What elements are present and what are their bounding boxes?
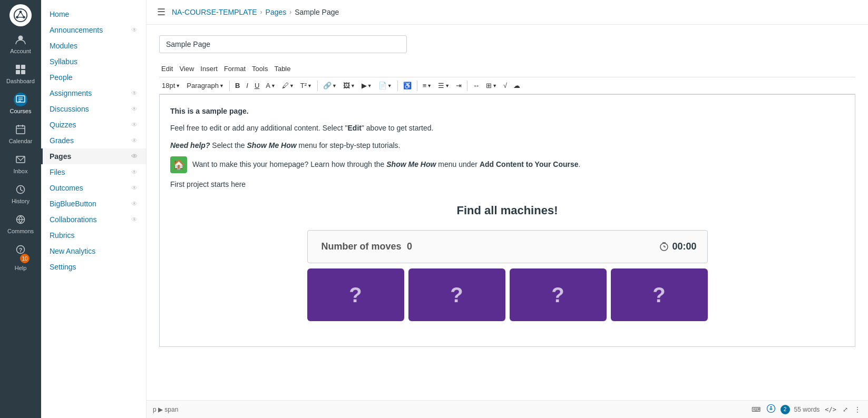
- format-caret: ▼: [219, 83, 224, 88]
- menu-tools[interactable]: Tools: [250, 64, 270, 74]
- course-nav-collaborations[interactable]: Collaborations 👁: [41, 212, 146, 227]
- home-icon: 🏠: [170, 156, 187, 173]
- course-nav-bigbluebutton[interactable]: BigBlueButton 👁: [41, 196, 146, 212]
- expand-icon[interactable]: ⤢: [842, 405, 849, 414]
- breadcrumb-course[interactable]: NA-COURSE-TEMPLATE: [172, 8, 257, 16]
- image-button[interactable]: 🖼▼: [340, 80, 358, 91]
- course-nav-announcements[interactable]: Announcements 👁: [41, 22, 146, 38]
- card-3[interactable]: ?: [510, 268, 607, 321]
- course-nav-people[interactable]: People: [41, 69, 146, 85]
- toolbar-sep-4: [417, 81, 417, 91]
- global-nav-dashboard[interactable]: Dashboard: [0, 58, 41, 88]
- source-code-icon[interactable]: </>: [824, 405, 837, 414]
- course-nav-files[interactable]: Files 👁: [41, 164, 146, 180]
- italic-button[interactable]: I: [243, 80, 251, 91]
- game-widget: Number of moves 0 00:00: [307, 230, 708, 263]
- link-button[interactable]: 🔗▼: [320, 80, 339, 91]
- course-nav-outcomes[interactable]: Outcomes 👁: [41, 180, 146, 196]
- accessbility-button[interactable]: ♿: [401, 80, 414, 91]
- global-nav-help[interactable]: ? 10 Help: [0, 238, 41, 275]
- inbox-label: Inbox: [14, 168, 28, 174]
- global-nav-commons[interactable]: Commons: [0, 208, 41, 238]
- card-1[interactable]: ?: [307, 268, 404, 321]
- pages-visibility-icon[interactable]: 👁: [131, 153, 138, 160]
- text-color-button[interactable]: A▼: [263, 80, 278, 91]
- dashboard-label: Dashboard: [6, 78, 35, 84]
- card-2[interactable]: ?: [408, 268, 505, 321]
- ltr-button[interactable]: ↔: [470, 80, 482, 91]
- toolbar-sep-3: [397, 81, 398, 91]
- table-button[interactable]: ⊞▼: [483, 80, 500, 91]
- editor-body[interactable]: This is a sample page. Feel free to edit…: [159, 94, 855, 347]
- assignments-visibility-icon[interactable]: 👁: [131, 89, 138, 97]
- breadcrumb-sep1: ›: [260, 8, 262, 16]
- global-nav-courses[interactable]: Courses: [0, 88, 41, 118]
- collaborations-visibility-icon[interactable]: 👁: [131, 216, 138, 223]
- quizzes-visibility-icon[interactable]: 👁: [131, 121, 138, 128]
- course-nav-modules[interactable]: Modules: [41, 38, 146, 54]
- bold-button[interactable]: B: [232, 80, 242, 91]
- format-button[interactable]: Paragraph ▼: [184, 80, 227, 91]
- cloud-button[interactable]: ☁: [511, 80, 523, 91]
- course-nav-new-analytics[interactable]: New Analytics: [41, 243, 146, 259]
- course-nav-home[interactable]: Home: [41, 6, 146, 22]
- editor-para3: 🏠 Want to make this your homepage? Learn…: [170, 156, 844, 173]
- history-label: History: [12, 198, 30, 204]
- global-nav-history[interactable]: History: [0, 178, 41, 208]
- outcomes-visibility-icon[interactable]: 👁: [131, 184, 138, 192]
- embed-button[interactable]: 📄▼: [376, 80, 395, 91]
- course-nav-pages[interactable]: Pages 👁: [41, 148, 146, 164]
- breadcrumb-section[interactable]: Pages: [266, 8, 287, 16]
- canvas-logo[interactable]: [9, 4, 32, 26]
- course-nav-rubrics[interactable]: Rubrics: [41, 227, 146, 243]
- svg-rect-8: [16, 65, 20, 69]
- commons-label: Commons: [7, 228, 34, 234]
- superscript-button[interactable]: T²▼: [298, 80, 315, 91]
- menu-table[interactable]: Table: [272, 64, 292, 74]
- grades-visibility-icon[interactable]: 👁: [131, 137, 138, 144]
- course-nav-assignments[interactable]: Assignments 👁: [41, 85, 146, 101]
- discussions-visibility-icon[interactable]: 👁: [131, 105, 138, 113]
- align-button[interactable]: ≡▼: [420, 80, 435, 91]
- announcements-visibility-icon[interactable]: 👁: [131, 26, 138, 34]
- svg-rect-10: [16, 70, 20, 74]
- highlight-button[interactable]: 🖊▼: [279, 80, 297, 91]
- course-nav-settings[interactable]: Settings: [41, 259, 146, 275]
- move-count: 0: [407, 241, 412, 252]
- editor-user-text: First project starts here: [170, 178, 844, 190]
- font-size-button[interactable]: 18pt ▼: [159, 80, 183, 91]
- course-nav-grades[interactable]: Grades 👁: [41, 133, 146, 148]
- underline-button[interactable]: U: [252, 80, 262, 91]
- global-nav-account[interactable]: Account: [0, 28, 41, 58]
- course-nav-discussions[interactable]: Discussions 👁: [41, 101, 146, 117]
- list-button[interactable]: ☰▼: [435, 80, 452, 91]
- bigbluebutton-visibility-icon[interactable]: 👁: [131, 200, 138, 207]
- keyboard-icon[interactable]: ⌨: [750, 405, 762, 414]
- editor-heading: This is a sample page.: [170, 107, 249, 115]
- course-nav-syllabus[interactable]: Syllabus: [41, 54, 146, 69]
- timer-icon: [659, 242, 669, 251]
- accessibility-icon[interactable]: [766, 403, 776, 415]
- menu-view[interactable]: View: [177, 64, 196, 74]
- menu-insert[interactable]: Insert: [198, 64, 220, 74]
- editor-menu-toolbar: Edit View Insert Format Tools Table: [159, 62, 855, 77]
- svg-text:?: ?: [19, 247, 23, 253]
- card-4[interactable]: ?: [611, 268, 708, 321]
- page-title-input[interactable]: [159, 35, 407, 53]
- indent-button[interactable]: ⇥: [453, 80, 464, 91]
- files-visibility-icon[interactable]: 👁: [131, 168, 138, 176]
- global-nav-calendar[interactable]: Calendar: [0, 118, 41, 148]
- hamburger-icon[interactable]: ☰: [157, 6, 165, 18]
- more-options-icon[interactable]: ⋮: [853, 405, 862, 414]
- header: ☰ NA-COURSE-TEMPLATE › Pages › Sample Pa…: [147, 0, 868, 25]
- font-size-caret: ▼: [175, 83, 180, 88]
- media-button[interactable]: ▶▼: [359, 80, 375, 91]
- course-nav-quizzes[interactable]: Quizzes 👁: [41, 117, 146, 133]
- menu-format[interactable]: Format: [222, 64, 248, 74]
- global-nav-inbox[interactable]: Inbox: [0, 148, 41, 178]
- history-icon: [14, 183, 27, 196]
- moves-display: Number of moves 0: [318, 239, 413, 254]
- menu-edit[interactable]: Edit: [159, 64, 175, 74]
- calendar-label: Calendar: [9, 138, 33, 144]
- formula-button[interactable]: √: [501, 80, 510, 91]
